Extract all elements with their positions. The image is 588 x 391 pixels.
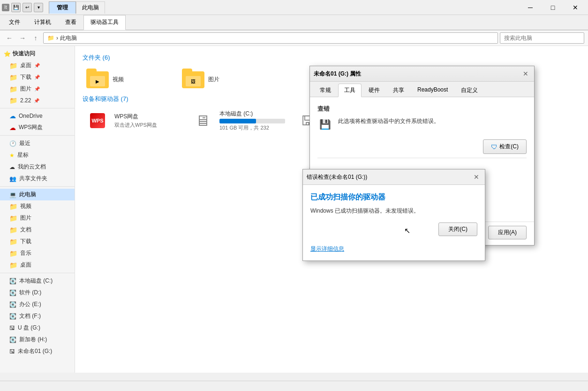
ribbon-tab-drive-tools[interactable]: 驱动器工具 xyxy=(83,15,126,30)
check-section: 💾 此选项将检查驱动器中的文件系统错误。 xyxy=(317,117,527,132)
drive-c-name: 本地磁盘 (C:) xyxy=(219,110,285,118)
back-button[interactable]: ← xyxy=(4,32,15,44)
props-dialog-title: 未命名01 (G:) 属性 xyxy=(314,70,361,78)
ribbon: 文件 计算机 查看 驱动器工具 xyxy=(0,15,588,31)
check-button[interactable]: 🛡 检查(C) xyxy=(483,139,527,154)
drive-c-bar-container xyxy=(219,119,285,123)
title-bar: It 💾 ↩ ▾ 管理 此电脑 ─ □ ✕ xyxy=(0,0,588,15)
sidebar-item-wps-drive[interactable]: ☁ WPS网盘 xyxy=(0,122,75,133)
breadcrumb-home: 📁 xyxy=(47,35,54,41)
status-bar xyxy=(0,381,588,391)
props-tab-readyboost[interactable]: ReadyBoost xyxy=(411,84,454,97)
wps-drive-info: WPS网盘 双击进入WPS网盘 xyxy=(114,113,157,129)
app-icon: It xyxy=(2,4,9,11)
drive-item-c[interactable]: 🖥 本地磁盘 (C:) 101 GB 可用，共 232 xyxy=(188,107,291,134)
errcheck-close-x[interactable]: ✕ xyxy=(472,172,481,182)
drive-c-bar xyxy=(219,119,256,123)
sidebar-item-drive-d[interactable]: 💽 软件 (D:) xyxy=(0,287,75,299)
errcheck-body: 已成功扫描你的驱动器 Windows 已成功扫描驱动器。未发现错误。 关闭(C)… xyxy=(303,185,485,261)
tab-this-pc-title[interactable]: 此电脑 xyxy=(76,1,105,14)
quick-access-more[interactable]: ▾ xyxy=(34,3,43,12)
address-path[interactable]: 📁 › 此电脑 xyxy=(43,32,498,44)
up-button[interactable]: ↑ xyxy=(30,32,41,44)
errcheck-title: 错误检查(未命名01 (G:)) xyxy=(307,173,367,181)
ribbon-tab-file[interactable]: 文件 xyxy=(2,15,27,30)
forward-button[interactable]: → xyxy=(17,32,28,44)
props-tab-custom[interactable]: 自定义 xyxy=(455,84,484,97)
search-input[interactable] xyxy=(500,32,584,44)
sidebar-item-videos[interactable]: 📁 视频 xyxy=(0,200,75,212)
sidebar-item-downloads2[interactable]: 📁 下载 xyxy=(0,236,75,247)
wps-drive-sub: 双击进入WPS网盘 xyxy=(114,122,157,129)
props-apply-button[interactable]: 应用(A) xyxy=(488,226,527,239)
ribbon-tabs: 文件 计算机 查看 驱动器工具 xyxy=(0,15,588,30)
breadcrumb-this-pc[interactable]: 此电脑 xyxy=(60,34,77,42)
sidebar-item-drive-unnamed[interactable]: 🖫 未命名01 (G:) xyxy=(0,345,75,357)
shield-icon: 🛡 xyxy=(491,143,498,151)
window-controls: ─ □ ✕ xyxy=(520,1,586,14)
check-desc: 此选项将检查驱动器中的文件系统错误。 xyxy=(338,117,439,125)
sidebar-item-222[interactable]: 📁 2.22 📌 xyxy=(0,95,75,106)
folder-label-pictures: 图片 xyxy=(208,76,219,84)
props-tab-hardware[interactable]: 硬件 xyxy=(362,84,386,97)
props-dialog-tabs: 常规 工具 硬件 共享 ReadyBoost 自定义 xyxy=(310,82,534,97)
close-button[interactable]: ✕ xyxy=(565,1,586,14)
errcheck-title-bar: 错误检查(未命名01 (G:)) ✕ xyxy=(303,169,485,185)
sidebar-item-recent[interactable]: 🕐 最近 xyxy=(0,138,75,149)
quick-access-undo[interactable]: ↩ xyxy=(23,3,32,12)
title-bar-tabs: 管理 此电脑 xyxy=(49,1,105,14)
drive-item-wps[interactable]: WPS WPS网盘 双击进入WPS网盘 xyxy=(83,107,186,134)
sidebar: ⭐ 快速访问 📁 桌面 📌 📁 下载 📌 📁 图片 📌 📁 2.22 📌 ☁ O… xyxy=(0,46,75,373)
sidebar-item-shared[interactable]: 👥 共享文件夹 xyxy=(0,173,75,184)
errcheck-details-link[interactable]: 显示详细信息 xyxy=(310,245,477,253)
sidebar-item-starred[interactable]: ★ 星标 xyxy=(0,149,75,161)
drive-c-info: 本地磁盘 (C:) 101 GB 可用，共 232 xyxy=(219,110,285,131)
drive-c-space: 101 GB 可用，共 232 xyxy=(219,124,285,131)
check-section-label: 查错 xyxy=(317,105,527,113)
sidebar-item-drive-g[interactable]: 🖫 U 盘 (G:) xyxy=(0,322,75,334)
maximize-button[interactable]: □ xyxy=(542,1,564,14)
quick-access-save[interactable]: 💾 xyxy=(11,3,21,12)
props-tab-general[interactable]: 常规 xyxy=(314,84,337,97)
sidebar-item-drive-c[interactable]: 💽 本地磁盘 (C:) xyxy=(0,275,75,287)
title-bar-left: It 💾 ↩ ▾ 管理 此电脑 xyxy=(2,1,105,14)
sidebar-item-desktop[interactable]: 📁 桌面 📌 xyxy=(0,60,75,71)
folder-item-video[interactable]: ▶ 视频 xyxy=(83,66,176,91)
check-btn-label: 检查(C) xyxy=(499,143,519,151)
breadcrumb-separator: › xyxy=(56,35,58,41)
folder-label-video: 视频 xyxy=(113,76,124,84)
disk-check-icon: 💾 xyxy=(317,117,332,132)
sidebar-item-onedrive[interactable]: ☁ OneDrive xyxy=(0,110,75,122)
ribbon-tab-computer[interactable]: 计算机 xyxy=(27,15,58,30)
props-dialog-title-bar: 未命名01 (G:) 属性 ✕ xyxy=(310,66,534,82)
sidebar-item-downloads[interactable]: 📁 下载 📌 xyxy=(0,71,75,83)
props-tab-tools[interactable]: 工具 xyxy=(338,84,362,97)
sidebar-item-pictures[interactable]: 📁 图片 📌 xyxy=(0,83,75,95)
errcheck-close-button[interactable]: 关闭(C) xyxy=(438,222,477,236)
sidebar-item-drive-h[interactable]: 💽 新加卷 (H:) xyxy=(0,334,75,345)
errcheck-dialog[interactable]: 错误检查(未命名01 (G:)) ✕ 已成功扫描你的驱动器 Windows 已成… xyxy=(302,169,485,261)
sidebar-item-desktop2[interactable]: 📁 桌面 xyxy=(0,259,75,271)
props-dialog-close[interactable]: ✕ xyxy=(521,69,530,78)
sidebar-item-documents[interactable]: 📁 文档 xyxy=(0,224,75,236)
sidebar-item-cloud-docs[interactable]: ☁ 我的云文档 xyxy=(0,161,75,173)
wps-drive-name: WPS网盘 xyxy=(114,113,157,121)
props-tab-share[interactable]: 共享 xyxy=(387,84,410,97)
ribbon-tab-view[interactable]: 查看 xyxy=(58,15,83,30)
sidebar-item-music[interactable]: 📁 音乐 xyxy=(0,247,75,259)
quick-access-header[interactable]: ⭐ 快速访问 xyxy=(0,48,75,60)
address-bar: ← → ↑ 📁 › 此电脑 xyxy=(0,31,588,46)
sidebar-item-this-pc[interactable]: 💻 此电脑 xyxy=(0,189,75,200)
drive-c-icon: 🖥 xyxy=(191,111,214,130)
errcheck-desc: Windows 已成功扫描驱动器。未发现错误。 xyxy=(310,207,477,215)
errcheck-heading: 已成功扫描你的驱动器 xyxy=(310,192,477,202)
minimize-button[interactable]: ─ xyxy=(520,1,541,14)
folders-section-title: 文件夹 (6) xyxy=(83,54,580,62)
tab-manage[interactable]: 管理 xyxy=(49,1,76,14)
sidebar-item-pictures2[interactable]: 📁 图片 xyxy=(0,212,75,224)
wps-drive-icon: WPS xyxy=(86,111,109,130)
sidebar-item-drive-e[interactable]: 💽 办公 (E:) xyxy=(0,299,75,310)
folder-item-pictures[interactable]: 🖼 图片 xyxy=(178,66,272,91)
sidebar-item-drive-f[interactable]: 💽 文档 (F:) xyxy=(0,310,75,322)
